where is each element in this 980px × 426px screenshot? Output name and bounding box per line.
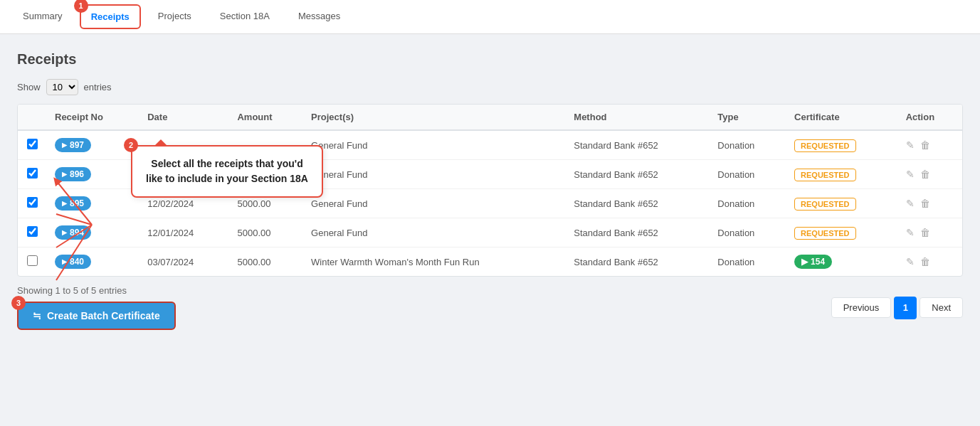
row-receipt-no: ▶ 895 [46,189,139,218]
th-amount: Amount [228,105,302,130]
callout-text: Select all the receipts that you'd like … [146,158,308,184]
receipt-badge[interactable]: ▶ 894 [55,225,91,240]
requested-badge: REQUESTED [794,169,855,181]
delete-icon[interactable]: 🗑 [920,256,930,267]
delete-icon[interactable]: 🗑 [920,169,930,180]
row-type: Donation [709,130,786,160]
row-checkbox[interactable] [27,226,38,237]
row-project: Winter Warmth Woman's Month Fun Run [302,247,565,277]
receipt-badge[interactable]: ▶ 895 [55,196,91,211]
nav-tabs: Summary 1 Receipts Projects Section 18A … [0,0,980,34]
row-amount: 5000.00 [228,247,302,277]
receipt-badge[interactable]: ▶ 840 [55,255,91,269]
row-type: Donation [709,247,786,277]
receipt-badge[interactable]: ▶ 896 [55,167,91,181]
show-entries-row: Show 10 25 50 entries [17,79,963,95]
row-checkbox[interactable] [27,197,38,208]
row-checkbox-cell [18,189,46,218]
row-method: Standard Bank #652 [565,218,709,247]
row-checkbox-cell [18,130,46,160]
table-footer: Showing 1 to 5 of 5 entries 3 ≒ Create B… [17,277,963,336]
footer-left: Showing 1 to 5 of 5 entries 3 ≒ Create B… [17,285,176,330]
row-method: Standard Bank #652 [565,130,709,160]
action-icons: ✎ 🗑 [906,169,954,180]
th-checkbox [18,105,46,130]
tab-section18a[interactable]: Section 18A [209,2,281,31]
row-project: General Fund [302,189,565,218]
row-certificate: REQUESTED [786,160,897,189]
create-batch-label: Create Batch Certificate [47,310,160,321]
edit-icon[interactable]: ✎ [906,198,915,209]
callout-box: 2 Select all the receipts that you'd lik… [131,145,323,198]
create-batch-btn-wrapper: 3 ≒ Create Batch Certificate [17,302,176,330]
row-certificate: REQUESTED [786,218,897,247]
row-checkbox-cell [18,218,46,247]
row-type: Donation [709,160,786,189]
pagination: Previous 1 Next [831,297,963,319]
table-row: ▶ 84003/07/20245000.00Winter Warmth Woma… [18,247,962,277]
entries-select[interactable]: 10 25 50 [46,79,78,95]
tab-projects[interactable]: Projects [147,2,203,31]
step2-badge: 2 [124,138,138,152]
step1-badge: 1 [74,0,88,13]
row-action: ✎ 🗑 [897,218,962,247]
row-project: General Fund [302,160,565,189]
play-icon: ▶ [62,171,67,178]
edit-icon[interactable]: ✎ [906,256,915,267]
th-action: Action [897,105,962,130]
action-icons: ✎ 🗑 [906,139,954,151]
row-date: 03/07/2024 [139,247,228,277]
edit-icon[interactable]: ✎ [906,139,915,151]
delete-icon[interactable]: 🗑 [920,227,930,238]
table-row: ▶ 89412/01/20245000.00General FundStanda… [18,218,962,247]
next-button[interactable]: Next [920,297,963,318]
receipt-badge[interactable]: ▶ 897 [55,138,91,152]
step3-badge: 3 [11,296,26,310]
play-icon: ▶ [801,257,808,267]
previous-button[interactable]: Previous [831,297,892,318]
th-certificate: Certificate [786,105,897,130]
row-checkbox[interactable] [27,255,38,266]
row-checkbox[interactable] [27,168,38,179]
row-checkbox-cell [18,247,46,277]
row-type: Donation [709,218,786,247]
row-method: Standard Bank #652 [565,160,709,189]
row-project: General Fund [302,130,565,160]
main-content: Receipts Show 10 25 50 entries 2 Select … [0,34,980,347]
table-section: 2 Select all the receipts that you'd lik… [17,104,963,277]
entries-label: entries [84,82,112,92]
row-checkbox[interactable] [27,139,38,149]
row-receipt-no: ▶ 840 [46,247,139,277]
row-amount: 5000.00 [228,218,302,247]
edit-icon[interactable]: ✎ [906,169,915,180]
play-icon: ▶ [62,229,67,236]
th-type: Type [709,105,786,130]
page-title: Receipts [17,51,963,68]
tab-receipts[interactable]: Receipts [80,4,141,29]
action-icons: ✎ 🗑 [906,256,954,267]
row-action: ✎ 🗑 [897,130,962,160]
receipts-tab-wrapper: 1 Receipts [80,4,141,29]
action-icons: ✎ 🗑 [906,198,954,209]
play-icon: ▶ [62,142,67,149]
delete-icon[interactable]: 🗑 [920,139,930,151]
row-date: 12/01/2024 [139,218,228,247]
cert-green-badge[interactable]: ▶ 154 [794,255,832,269]
row-receipt-no: ▶ 894 [46,218,139,247]
current-page[interactable]: 1 [894,297,917,319]
tab-summary[interactable]: Summary [11,2,74,31]
show-label: Show [17,82,41,92]
tab-messages[interactable]: Messages [287,2,352,31]
edit-icon[interactable]: ✎ [906,227,915,238]
page-wrapper: Summary 1 Receipts Projects Section 18A … [0,0,980,426]
row-certificate: REQUESTED [786,189,897,218]
create-batch-button[interactable]: ≒ Create Batch Certificate [17,302,176,330]
row-receipt-no: ▶ 896 [46,160,139,189]
th-date: Date [139,105,228,130]
row-action: ✎ 🗑 [897,247,962,277]
row-action: ✎ 🗑 [897,189,962,218]
requested-badge: REQUESTED [794,227,855,240]
row-project: General Fund [302,218,565,247]
row-checkbox-cell [18,160,46,189]
delete-icon[interactable]: 🗑 [920,198,930,209]
